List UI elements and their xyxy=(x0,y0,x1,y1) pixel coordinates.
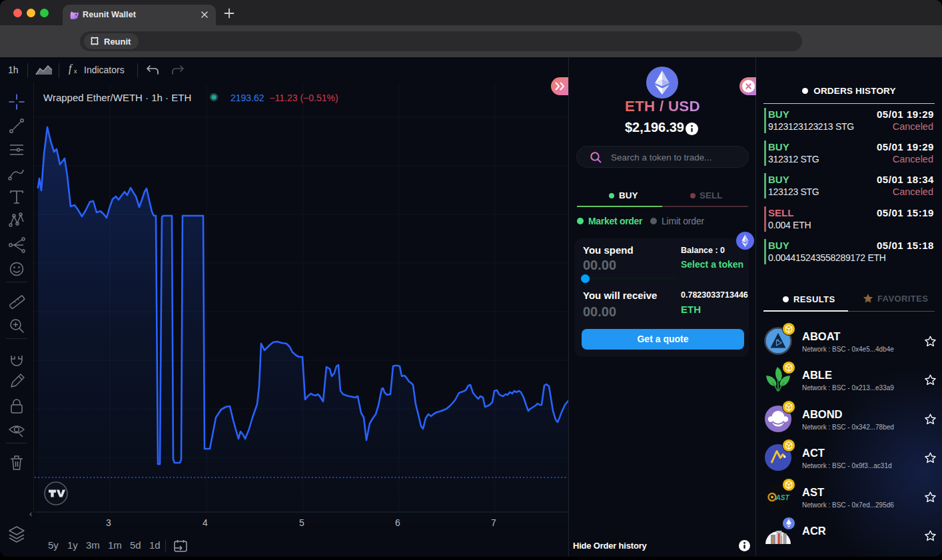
svg-text:AST: AST xyxy=(775,494,790,501)
